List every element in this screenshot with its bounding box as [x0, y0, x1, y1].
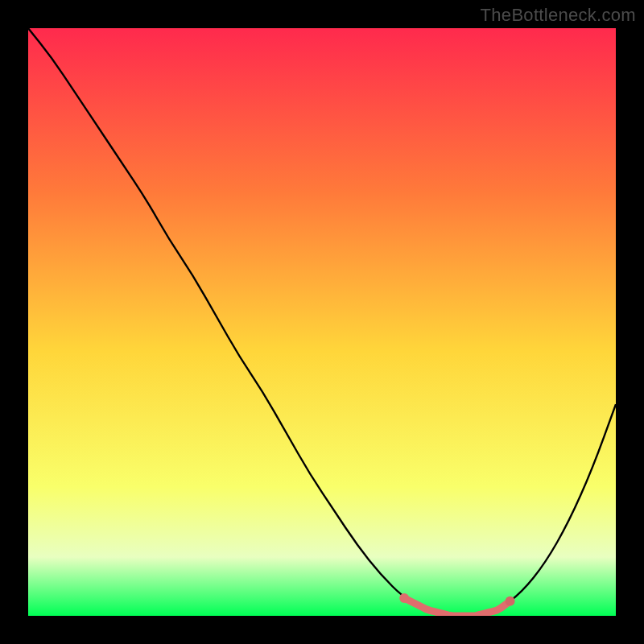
curve-layer	[28, 28, 616, 616]
chart-frame: TheBottleneck.com	[0, 0, 644, 644]
valley-highlight	[404, 598, 510, 616]
plot-area	[28, 28, 616, 616]
valley-dot-right	[506, 597, 515, 606]
valley-dot-left	[399, 593, 409, 603]
watermark-text: TheBottleneck.com	[481, 5, 636, 26]
bottleneck-curve	[28, 28, 616, 616]
